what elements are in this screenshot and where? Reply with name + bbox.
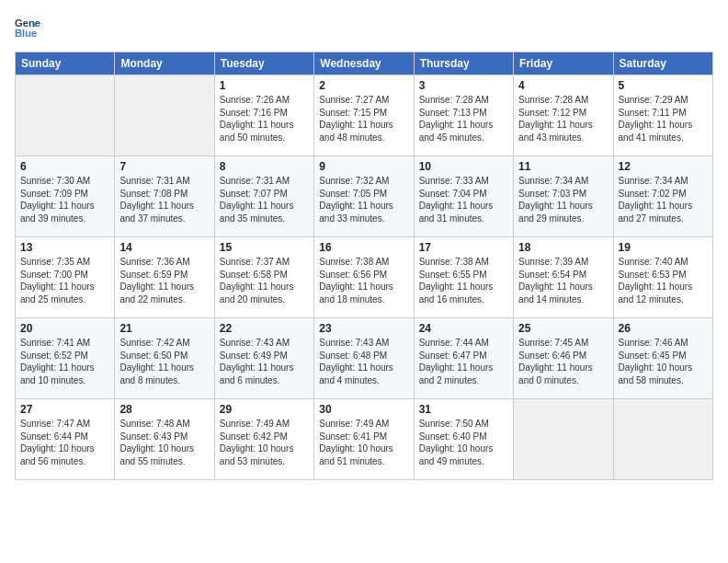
day-number: 17	[419, 241, 508, 254]
calendar-cell	[514, 399, 613, 480]
day-details: Sunrise: 7:41 AMSunset: 6:52 PMDaylight:…	[20, 337, 109, 386]
calendar-cell: 2Sunrise: 7:27 AMSunset: 7:15 PMDaylight…	[314, 75, 414, 156]
calendar-cell: 29Sunrise: 7:49 AMSunset: 6:42 PMDayligh…	[214, 399, 313, 480]
day-number: 14	[119, 241, 209, 254]
calendar-cell: 25Sunrise: 7:45 AMSunset: 6:46 PMDayligh…	[514, 318, 613, 399]
week-row-1: 1Sunrise: 7:26 AMSunset: 7:16 PMDaylight…	[16, 75, 713, 156]
calendar-cell: 20Sunrise: 7:41 AMSunset: 6:52 PMDayligh…	[16, 318, 115, 399]
calendar-cell: 16Sunrise: 7:38 AMSunset: 6:56 PMDayligh…	[314, 237, 414, 318]
logo-icon: General Blue	[15, 15, 40, 40]
svg-text:Blue: Blue	[15, 28, 37, 39]
day-details: Sunrise: 7:28 AMSunset: 7:12 PMDaylight:…	[518, 94, 608, 144]
calendar-cell: 15Sunrise: 7:37 AMSunset: 6:58 PMDayligh…	[214, 237, 313, 318]
calendar-cell: 23Sunrise: 7:43 AMSunset: 6:48 PMDayligh…	[314, 318, 414, 399]
week-row-2: 6Sunrise: 7:30 AMSunset: 7:09 PMDaylight…	[16, 156, 713, 237]
day-details: Sunrise: 7:45 AMSunset: 6:46 PMDaylight:…	[518, 337, 608, 386]
calendar-cell: 18Sunrise: 7:39 AMSunset: 6:54 PMDayligh…	[514, 237, 613, 318]
day-details: Sunrise: 7:37 AMSunset: 6:58 PMDaylight:…	[220, 256, 309, 305]
calendar-table: SundayMondayTuesdayWednesdayThursdayFrid…	[15, 52, 713, 480]
day-number: 22	[220, 322, 309, 335]
calendar-cell: 3Sunrise: 7:28 AMSunset: 7:13 PMDaylight…	[414, 75, 513, 156]
day-number: 5	[619, 79, 708, 92]
day-number: 19	[619, 241, 708, 254]
day-details: Sunrise: 7:38 AMSunset: 6:56 PMDaylight:…	[319, 256, 408, 305]
calendar-cell	[16, 75, 115, 156]
day-number: 2	[319, 79, 408, 92]
calendar-cell: 1Sunrise: 7:26 AMSunset: 7:16 PMDaylight…	[214, 75, 313, 156]
col-header-thursday: Thursday	[414, 52, 513, 75]
calendar-cell: 10Sunrise: 7:33 AMSunset: 7:04 PMDayligh…	[414, 156, 513, 237]
day-number: 3	[419, 79, 508, 92]
day-number: 31	[419, 403, 508, 416]
calendar-cell: 19Sunrise: 7:40 AMSunset: 6:53 PMDayligh…	[613, 237, 712, 318]
day-number: 18	[518, 241, 608, 254]
calendar-cell: 24Sunrise: 7:44 AMSunset: 6:47 PMDayligh…	[414, 318, 513, 399]
svg-text:General: General	[15, 17, 40, 29]
day-number: 20	[20, 322, 109, 335]
week-row-4: 20Sunrise: 7:41 AMSunset: 6:52 PMDayligh…	[16, 318, 713, 399]
day-details: Sunrise: 7:29 AMSunset: 7:11 PMDaylight:…	[619, 94, 708, 144]
day-number: 6	[20, 160, 109, 173]
col-header-wednesday: Wednesday	[314, 52, 414, 75]
page-header: General Blue	[15, 15, 713, 40]
day-number: 11	[518, 160, 608, 173]
day-details: Sunrise: 7:38 AMSunset: 6:55 PMDaylight:…	[419, 256, 508, 305]
day-number: 1	[220, 79, 309, 92]
day-number: 10	[419, 160, 508, 173]
day-details: Sunrise: 7:31 AMSunset: 7:08 PMDaylight:…	[119, 175, 209, 224]
day-number: 23	[319, 322, 408, 335]
calendar-cell: 13Sunrise: 7:35 AMSunset: 7:00 PMDayligh…	[16, 237, 115, 318]
day-details: Sunrise: 7:43 AMSunset: 6:48 PMDaylight:…	[319, 337, 408, 386]
day-details: Sunrise: 7:31 AMSunset: 7:07 PMDaylight:…	[220, 175, 309, 224]
day-details: Sunrise: 7:32 AMSunset: 7:05 PMDaylight:…	[319, 175, 408, 224]
calendar-cell	[115, 75, 214, 156]
calendar-cell: 31Sunrise: 7:50 AMSunset: 6:40 PMDayligh…	[414, 399, 513, 480]
calendar-cell: 4Sunrise: 7:28 AMSunset: 7:12 PMDaylight…	[514, 75, 613, 156]
day-details: Sunrise: 7:46 AMSunset: 6:45 PMDaylight:…	[619, 337, 708, 386]
col-header-tuesday: Tuesday	[214, 52, 313, 75]
col-header-sunday: Sunday	[16, 52, 115, 75]
day-number: 12	[619, 160, 708, 173]
day-details: Sunrise: 7:34 AMSunset: 7:03 PMDaylight:…	[518, 175, 608, 224]
day-details: Sunrise: 7:47 AMSunset: 6:44 PMDaylight:…	[20, 418, 109, 467]
logo: General Blue	[15, 15, 44, 40]
day-details: Sunrise: 7:28 AMSunset: 7:13 PMDaylight:…	[419, 94, 508, 144]
day-number: 21	[119, 322, 209, 335]
calendar-cell: 21Sunrise: 7:42 AMSunset: 6:50 PMDayligh…	[115, 318, 214, 399]
day-number: 8	[220, 160, 309, 173]
day-number: 16	[319, 241, 408, 254]
day-number: 28	[119, 403, 209, 416]
day-details: Sunrise: 7:44 AMSunset: 6:47 PMDaylight:…	[419, 337, 508, 386]
day-details: Sunrise: 7:49 AMSunset: 6:42 PMDaylight:…	[220, 418, 309, 467]
day-details: Sunrise: 7:42 AMSunset: 6:50 PMDaylight:…	[119, 337, 209, 386]
day-details: Sunrise: 7:43 AMSunset: 6:49 PMDaylight:…	[220, 337, 309, 386]
day-details: Sunrise: 7:27 AMSunset: 7:15 PMDaylight:…	[319, 94, 408, 144]
calendar-cell: 28Sunrise: 7:48 AMSunset: 6:43 PMDayligh…	[115, 399, 214, 480]
calendar-cell: 22Sunrise: 7:43 AMSunset: 6:49 PMDayligh…	[214, 318, 313, 399]
day-number: 25	[518, 322, 608, 335]
calendar-cell: 6Sunrise: 7:30 AMSunset: 7:09 PMDaylight…	[16, 156, 115, 237]
day-details: Sunrise: 7:48 AMSunset: 6:43 PMDaylight:…	[119, 418, 209, 467]
day-number: 4	[518, 79, 608, 92]
day-number: 7	[119, 160, 209, 173]
day-number: 9	[319, 160, 408, 173]
col-header-friday: Friday	[514, 52, 613, 75]
calendar-cell: 9Sunrise: 7:32 AMSunset: 7:05 PMDaylight…	[314, 156, 414, 237]
calendar-cell: 26Sunrise: 7:46 AMSunset: 6:45 PMDayligh…	[613, 318, 712, 399]
day-details: Sunrise: 7:50 AMSunset: 6:40 PMDaylight:…	[419, 418, 508, 467]
week-row-3: 13Sunrise: 7:35 AMSunset: 7:00 PMDayligh…	[16, 237, 713, 318]
calendar-cell: 14Sunrise: 7:36 AMSunset: 6:59 PMDayligh…	[115, 237, 214, 318]
calendar-cell: 11Sunrise: 7:34 AMSunset: 7:03 PMDayligh…	[514, 156, 613, 237]
day-details: Sunrise: 7:30 AMSunset: 7:09 PMDaylight:…	[20, 175, 109, 224]
day-details: Sunrise: 7:36 AMSunset: 6:59 PMDaylight:…	[119, 256, 209, 305]
day-details: Sunrise: 7:39 AMSunset: 6:54 PMDaylight:…	[518, 256, 608, 305]
day-details: Sunrise: 7:40 AMSunset: 6:53 PMDaylight:…	[619, 256, 708, 305]
day-details: Sunrise: 7:49 AMSunset: 6:41 PMDaylight:…	[319, 418, 408, 467]
calendar-cell	[613, 399, 712, 480]
calendar-cell: 12Sunrise: 7:34 AMSunset: 7:02 PMDayligh…	[613, 156, 712, 237]
header-row: SundayMondayTuesdayWednesdayThursdayFrid…	[16, 52, 713, 75]
day-number: 15	[220, 241, 309, 254]
week-row-5: 27Sunrise: 7:47 AMSunset: 6:44 PMDayligh…	[16, 399, 713, 480]
day-number: 24	[419, 322, 508, 335]
col-header-monday: Monday	[115, 52, 214, 75]
